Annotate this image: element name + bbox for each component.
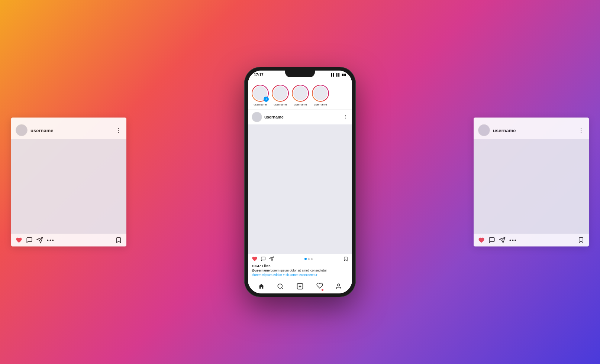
phone-post-avatar	[252, 112, 262, 122]
story-item-2[interactable]: username	[272, 85, 289, 106]
right-post-actions-left: •••	[478, 237, 517, 244]
left-post-header: username ⋮	[11, 121, 126, 139]
phone-body: 17:17 ▌▌ ▌▌ ▮▮▮ username	[244, 67, 356, 297]
nav-heart-icon	[316, 282, 323, 289]
left-heart-icon[interactable]	[16, 237, 22, 244]
story-avatar-2	[272, 85, 288, 101]
phone-caption-mention: @username	[252, 269, 270, 272]
dot-inactive-1	[308, 258, 310, 260]
phone-hashtags: #lorem #ipsum #dolor # sit #omet #concse…	[252, 273, 317, 277]
status-time: 17:17	[254, 73, 264, 77]
left-post-more-icon[interactable]: ⋮	[116, 127, 122, 134]
right-post-header: username ⋮	[474, 121, 589, 139]
story-avatar-1	[252, 85, 268, 101]
nav-home-icon[interactable]	[258, 283, 265, 290]
phone-status-bar: 17:17 ▌▌ ▌▌ ▮▮▮	[248, 71, 352, 82]
nav-search-icon[interactable]	[277, 283, 284, 290]
phone-share-icon[interactable]	[269, 256, 274, 261]
phone-heart-icon[interactable]	[252, 256, 258, 262]
left-post-actions-left: •••	[16, 237, 55, 244]
phone-likes-count: 10547 Likes	[248, 264, 352, 269]
dot-inactive-2	[311, 258, 313, 260]
phone-bookmark-icon[interactable]	[343, 256, 348, 261]
story-username-3: username	[294, 103, 307, 106]
phone-bottom-nav	[248, 279, 352, 293]
phone-post-username: username	[264, 115, 284, 119]
right-post-username: username	[493, 127, 516, 133]
story-username-4: username	[314, 103, 327, 106]
left-bookmark-icon[interactable]	[115, 237, 122, 244]
story-ring-3[interactable]	[292, 85, 309, 102]
right-post-avatar	[478, 124, 490, 136]
left-share-icon[interactable]	[36, 237, 43, 244]
phone-mockup: 17:17 ▌▌ ▌▌ ▮▮▮ username	[244, 67, 356, 297]
phone-post-header: username ⋮	[248, 110, 352, 124]
left-comment-icon[interactable]	[26, 237, 33, 244]
right-comment-icon[interactable]	[488, 237, 495, 244]
right-post-more-icon[interactable]: ⋮	[578, 127, 584, 134]
svg-point-9	[338, 284, 340, 286]
story-item-1[interactable]: username	[252, 85, 269, 106]
phone-post-header-left: username	[252, 112, 284, 122]
nav-add-icon[interactable]	[296, 283, 304, 290]
svg-line-5	[282, 287, 283, 289]
left-post-avatar	[16, 124, 28, 136]
phone-carousel-indicator	[304, 258, 313, 260]
phone-post-image	[248, 124, 352, 254]
phone-caption-text: Lorem ipsum dolor sit amet, consectetur	[270, 269, 327, 272]
story-item-3[interactable]: username	[292, 85, 309, 106]
story-ring-2[interactable]	[272, 85, 289, 102]
phone-caption: @username Lorem ipsum dolor sit amet, co…	[248, 269, 352, 279]
right-more-icon[interactable]: •••	[509, 237, 517, 243]
right-share-icon[interactable]	[499, 237, 506, 244]
right-heart-icon[interactable]	[478, 237, 485, 244]
story-username-1: username	[254, 103, 267, 106]
phone-post-more-icon[interactable]: ⋮	[343, 114, 348, 120]
story-username-2: username	[274, 103, 287, 106]
phone-screen: 17:17 ▌▌ ▌▌ ▮▮▮ username	[248, 71, 352, 293]
stories-row[interactable]: username username username	[248, 82, 352, 110]
phone-post-actions	[248, 254, 352, 264]
story-avatar-3	[293, 85, 308, 101]
left-post-actions: •••	[11, 234, 126, 247]
right-post-card: username ⋮ •••	[474, 118, 589, 247]
right-post-actions: •••	[474, 234, 589, 247]
story-ring-4[interactable]	[312, 85, 329, 102]
story-avatar-4	[313, 85, 328, 101]
left-more-icon[interactable]: •••	[47, 237, 55, 243]
left-post-image	[11, 139, 126, 234]
story-item-4[interactable]: username	[312, 85, 329, 106]
phone-notch	[285, 71, 315, 77]
svg-point-4	[278, 284, 283, 288]
dot-active	[304, 258, 307, 260]
notification-dot	[322, 289, 323, 291]
right-post-header-left: username	[478, 124, 516, 136]
phone-screen-content: username username username	[248, 82, 352, 293]
left-post-header-left: username	[16, 124, 53, 136]
phone-comment-icon[interactable]	[261, 256, 266, 261]
signal-icon: ▌▌	[331, 73, 335, 77]
left-post-username: username	[30, 127, 53, 133]
battery-icon: ▮▮▮	[342, 73, 346, 77]
right-bookmark-icon[interactable]	[578, 237, 584, 244]
nav-profile-icon[interactable]	[335, 283, 342, 290]
wifi-icon: ▌▌	[336, 73, 341, 77]
left-post-card: username ⋮ •••	[11, 118, 126, 247]
phone-actions-left	[252, 256, 274, 262]
status-icons: ▌▌ ▌▌ ▮▮▮	[331, 73, 346, 77]
right-post-image	[474, 139, 589, 234]
story-ring-1[interactable]	[252, 85, 269, 102]
nav-notifications-wrapper[interactable]	[316, 282, 323, 290]
